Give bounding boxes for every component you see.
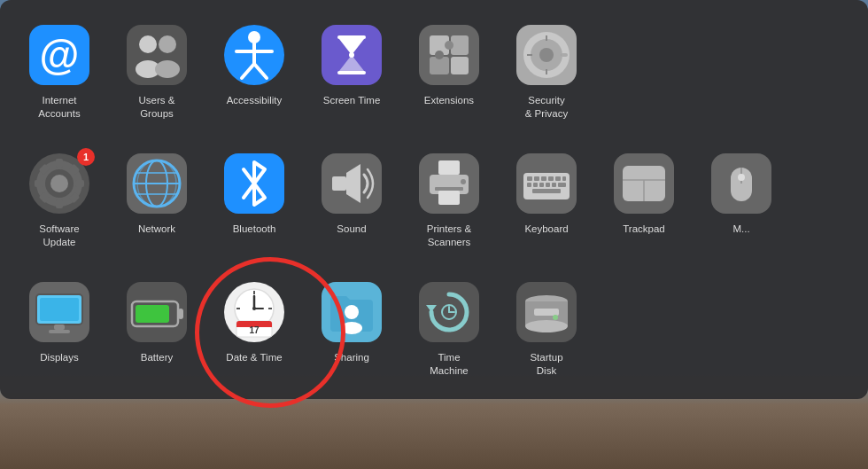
- icon-wrap-bluetooth: [222, 152, 286, 215]
- svg-rect-32: [75, 180, 84, 187]
- svg-rect-74: [49, 330, 70, 333]
- svg-rect-26: [561, 53, 568, 57]
- svg-rect-10: [337, 35, 366, 39]
- label-extensions: Extensions: [424, 94, 474, 107]
- svg-rect-29: [56, 159, 63, 168]
- item-bluetooth[interactable]: Bluetooth: [205, 143, 303, 271]
- time-machine-icon: [419, 282, 479, 342]
- startup-disk-icon: [516, 282, 577, 342]
- svg-point-4: [155, 60, 180, 78]
- label-trackpad: Trackpad: [623, 223, 665, 236]
- label-sharing: Sharing: [334, 351, 369, 364]
- svg-rect-45: [438, 160, 460, 175]
- item-empty-r2c7: [693, 271, 790, 400]
- extensions-icon: [419, 25, 479, 85]
- item-keyboard[interactable]: Keyboard: [498, 143, 595, 271]
- item-startup-disk[interactable]: StartupDisk: [498, 271, 595, 400]
- label-sound: Sound: [337, 223, 366, 236]
- svg-point-37: [50, 175, 68, 192]
- network-icon: [127, 153, 187, 214]
- users-svg: [127, 25, 187, 85]
- icon-wrap-date-time: 17: [222, 280, 286, 344]
- item-extensions[interactable]: Extensions: [400, 14, 498, 143]
- preferences-grid: @ InternetAccounts: [11, 14, 857, 400]
- item-mouse[interactable]: M...: [693, 143, 790, 271]
- label-accessibility: Accessibility: [227, 94, 283, 107]
- item-software-update[interactable]: 1: [11, 143, 108, 271]
- svg-rect-77: [136, 305, 169, 323]
- svg-rect-48: [438, 191, 460, 205]
- item-date-time[interactable]: 17 Date & Time: [205, 271, 303, 400]
- system-preferences-panel: @ InternetAccounts: [0, 0, 868, 399]
- label-screen-time: Screen Time: [323, 94, 381, 107]
- security-privacy-icon: [516, 25, 577, 85]
- icon-wrap-time-machine: [417, 280, 481, 344]
- icon-wrap-printers-scanners: [417, 152, 481, 215]
- icon-wrap-software-update: 1: [27, 152, 91, 215]
- sharing-svg: [322, 282, 382, 342]
- item-users-groups[interactable]: Users &Groups: [108, 14, 205, 143]
- label-users-groups: Users &Groups: [139, 94, 175, 121]
- item-empty-r2c6: [595, 271, 693, 400]
- svg-rect-53: [541, 176, 546, 181]
- item-network[interactable]: Network: [108, 143, 205, 271]
- item-internet-accounts[interactable]: @ InternetAccounts: [11, 14, 108, 143]
- svg-point-85: [252, 307, 256, 310]
- svg-point-17: [445, 41, 453, 50]
- svg-rect-76: [178, 309, 183, 319]
- svg-point-69: [738, 174, 745, 181]
- icon-wrap-startup-disk: [515, 280, 578, 344]
- puzzle-svg: [419, 25, 479, 85]
- item-time-machine[interactable]: TimeMachine: [400, 271, 498, 400]
- label-date-time: Date & Time: [226, 351, 282, 364]
- item-displays[interactable]: Displays: [11, 271, 108, 400]
- item-sharing[interactable]: Sharing: [303, 271, 400, 400]
- sharing-icon: [322, 282, 382, 342]
- trackpad-icon: [614, 153, 674, 214]
- mouse-svg: [711, 153, 771, 214]
- item-printers-scanners[interactable]: Printers &Scanners: [400, 143, 498, 271]
- mouse-icon: [711, 153, 771, 214]
- svg-point-21: [539, 48, 554, 62]
- svg-point-100: [553, 315, 558, 320]
- icon-wrap-keyboard: [515, 152, 578, 215]
- hourglass-svg: [322, 25, 382, 85]
- label-network: Network: [138, 223, 175, 236]
- svg-point-3: [159, 35, 176, 53]
- svg-text:17: 17: [249, 325, 260, 335]
- item-sound[interactable]: Sound: [303, 143, 400, 271]
- svg-rect-54: [548, 176, 554, 181]
- label-bluetooth: Bluetooth: [233, 223, 276, 236]
- svg-point-5: [248, 31, 260, 43]
- item-security-privacy[interactable]: Security& Privacy: [498, 14, 595, 143]
- item-battery[interactable]: Battery: [108, 271, 205, 400]
- printer-svg: [419, 153, 479, 214]
- users-groups-icon: [127, 25, 187, 85]
- item-screen-time[interactable]: Screen Time: [303, 14, 400, 143]
- icon-wrap-sound: [320, 152, 384, 215]
- label-internet-accounts: InternetAccounts: [38, 94, 80, 121]
- icon-wrap-network: [125, 152, 189, 215]
- icon-wrap-trackpad: [612, 152, 676, 215]
- icon-wrap-accessibility: [222, 23, 286, 87]
- svg-line-8: [242, 64, 254, 78]
- svg-marker-92: [426, 305, 437, 312]
- svg-rect-31: [35, 180, 43, 187]
- label-startup-disk: StartupDisk: [530, 351, 562, 378]
- lock-svg: [516, 25, 577, 85]
- svg-point-49: [461, 179, 466, 184]
- svg-rect-44: [332, 176, 346, 191]
- icon-wrap-security-privacy: [515, 23, 578, 87]
- svg-point-91: [341, 322, 362, 334]
- network-svg: [127, 153, 187, 214]
- screen-time-icon: [322, 25, 382, 85]
- item-accessibility[interactable]: Accessibility: [205, 14, 303, 143]
- icon-wrap-extensions: [417, 23, 481, 87]
- svg-rect-72: [40, 298, 79, 321]
- svg-rect-73: [54, 324, 65, 330]
- bluetooth-icon: [224, 153, 284, 214]
- svg-rect-52: [534, 176, 539, 181]
- label-security-privacy: Security& Privacy: [525, 94, 569, 121]
- battery-icon: [127, 282, 187, 342]
- item-trackpad[interactable]: Trackpad: [595, 143, 693, 271]
